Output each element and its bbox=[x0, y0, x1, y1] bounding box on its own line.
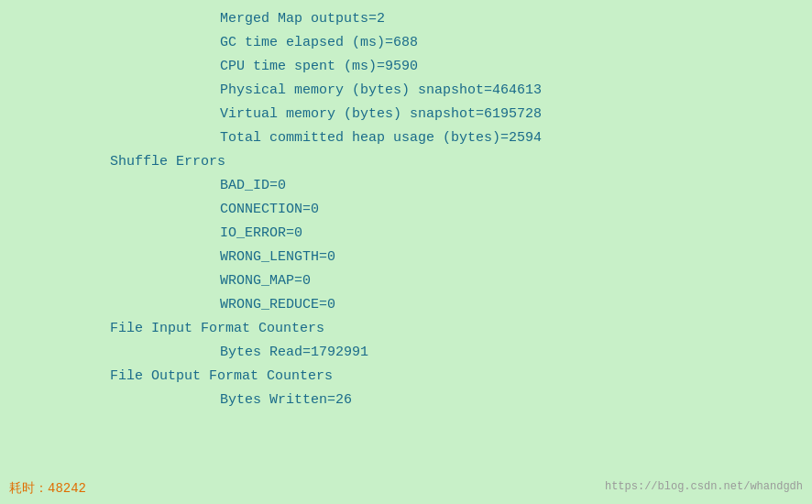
url-text: https://blog.csdn.net/whandgdh bbox=[605, 480, 803, 497]
footer: 耗时：48242 https://blog.csdn.net/whandgdh bbox=[0, 480, 812, 497]
log-line: CONNECTION=0 bbox=[0, 198, 812, 222]
log-line: IO_ERROR=0 bbox=[0, 222, 812, 246]
log-line: File Output Format Counters bbox=[0, 365, 812, 389]
log-line: CPU time spent (ms)=9590 bbox=[0, 55, 812, 79]
log-line: Bytes Written=26 bbox=[0, 389, 812, 412]
log-line: Merged Map outputs=2 bbox=[0, 7, 812, 31]
log-line: WRONG_MAP=0 bbox=[0, 269, 812, 293]
log-line: BAD_ID=0 bbox=[0, 174, 812, 198]
log-line: GC time elapsed (ms)=688 bbox=[0, 31, 812, 55]
log-line: Total committed heap usage (bytes)=2594 bbox=[0, 126, 812, 150]
log-line: WRONG_LENGTH=0 bbox=[0, 246, 812, 269]
log-line: Virtual memory (bytes) snapshot=6195728 bbox=[0, 103, 812, 126]
log-line: File Input Format Counters bbox=[0, 317, 812, 341]
log-line: Shuffle Errors bbox=[0, 150, 812, 174]
elapsed-value: 48242 bbox=[48, 481, 86, 496]
elapsed-label: 耗时： bbox=[9, 481, 48, 496]
log-line: Bytes Read=1792991 bbox=[0, 341, 812, 365]
elapsed-time: 耗时：48242 bbox=[9, 480, 86, 497]
log-line: Physical memory (bytes) snapshot=464613 bbox=[0, 79, 812, 103]
log-line: WRONG_REDUCE=0 bbox=[0, 293, 812, 317]
log-output: Merged Map outputs=2GC time elapsed (ms)… bbox=[0, 0, 812, 412]
